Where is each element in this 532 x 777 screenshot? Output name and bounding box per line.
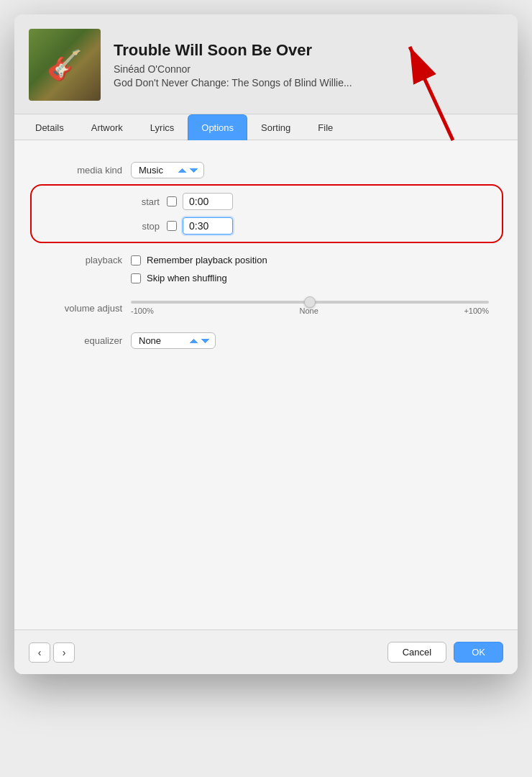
tab-options[interactable]: Options — [188, 114, 247, 140]
start-row: start — [131, 193, 489, 210]
volume-section: volume adjust -100% None +100% — [43, 301, 489, 315]
cancel-button[interactable]: Cancel — [387, 642, 446, 663]
volume-none-label: None — [299, 306, 318, 315]
media-kind-row: media kind Music Movie TV Show Podcast A… — [43, 162, 489, 178]
skip-shuffling-checkbox[interactable] — [131, 273, 141, 283]
tab-lyrics[interactable]: Lyrics — [137, 114, 188, 140]
remember-playback-text: Remember playback position — [147, 255, 267, 265]
dialog-footer: ‹ › Cancel OK — [14, 630, 518, 674]
start-stop-section: start stop — [43, 193, 489, 235]
media-kind-select[interactable]: Music Movie TV Show Podcast Audiobook — [131, 162, 204, 178]
start-label: start — [131, 196, 160, 207]
tab-bar: Details Artwork Lyrics Options Sorting F… — [14, 114, 518, 140]
tab-file[interactable]: File — [304, 114, 347, 140]
stop-row: stop — [131, 217, 489, 235]
volume-min-label: -100% — [131, 306, 154, 315]
equalizer-select-wrapper: None Acoustic Bass Booster Classical Dan… — [131, 332, 216, 349]
dialog-header: 🎸 Trouble Will Soon Be Over Sinéad O'Con… — [14, 14, 518, 114]
track-album: God Don't Never Change: The Songs of Bli… — [114, 77, 503, 88]
stop-time-input[interactable] — [183, 217, 233, 235]
playback-label: playback — [43, 255, 122, 265]
album-art: 🎸 — [29, 29, 101, 101]
start-time-input[interactable] — [183, 193, 233, 210]
nav-buttons: ‹ › — [29, 642, 75, 663]
next-button[interactable]: › — [53, 642, 75, 663]
equalizer-label: equalizer — [43, 335, 122, 346]
stop-label: stop — [131, 221, 160, 232]
track-title: Trouble Will Soon Be Over — [114, 41, 503, 60]
prev-button[interactable]: ‹ — [29, 642, 50, 663]
footer-action-buttons: Cancel OK — [387, 642, 503, 663]
skip-shuffling-row: Skip when shuffling — [43, 273, 489, 283]
start-checkbox[interactable] — [167, 196, 177, 206]
remember-playback-checkbox[interactable] — [131, 255, 141, 265]
volume-slider-labels: -100% None +100% — [131, 306, 489, 315]
prev-icon: ‹ — [38, 647, 42, 658]
tab-artwork[interactable]: Artwork — [78, 114, 137, 140]
song-info-dialog: 🎸 Trouble Will Soon Be Over Sinéad O'Con… — [14, 14, 518, 674]
volume-row: volume adjust -100% None +100% — [43, 301, 489, 315]
tab-content: media kind Music Movie TV Show Podcast A… — [14, 140, 518, 630]
volume-slider[interactable] — [131, 301, 489, 304]
tab-details[interactable]: Details — [22, 114, 78, 140]
ok-button[interactable]: OK — [454, 642, 503, 663]
media-kind-select-wrapper: Music Movie TV Show Podcast Audiobook ⏶⏷ — [131, 162, 204, 178]
next-icon: › — [63, 647, 66, 658]
playback-row: playback Remember playback position — [43, 255, 489, 265]
media-kind-label: media kind — [43, 165, 122, 176]
track-info: Trouble Will Soon Be Over Sinéad O'Conno… — [114, 41, 503, 88]
volume-max-label: +100% — [464, 306, 489, 315]
tab-sorting[interactable]: Sorting — [247, 114, 304, 140]
volume-slider-container: -100% None +100% — [131, 301, 489, 315]
equalizer-select[interactable]: None Acoustic Bass Booster Classical Dan… — [131, 332, 216, 349]
skip-shuffling-label[interactable]: Skip when shuffling — [131, 273, 227, 283]
track-artist: Sinéad O'Connor — [114, 63, 503, 75]
skip-shuffling-text: Skip when shuffling — [147, 273, 227, 283]
album-art-figure: 🎸 — [47, 50, 83, 79]
stop-checkbox[interactable] — [167, 221, 177, 231]
volume-label: volume adjust — [43, 303, 122, 314]
start-stop-container: start stop — [131, 193, 489, 235]
options-content: media kind Music Movie TV Show Podcast A… — [43, 162, 489, 349]
remember-playback-label[interactable]: Remember playback position — [131, 255, 267, 265]
playback-section: playback Remember playback position Skip… — [43, 255, 489, 283]
equalizer-row: equalizer None Acoustic Bass Booster Cla… — [43, 332, 489, 349]
